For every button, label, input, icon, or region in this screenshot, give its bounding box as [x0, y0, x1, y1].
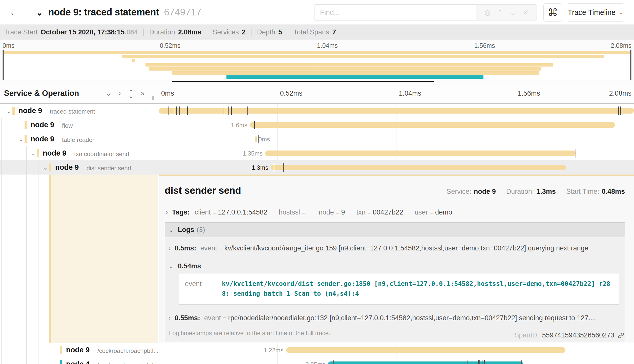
- log-event-table: eventkv/kvclient/kvcoord/dist_sender.go:…: [179, 273, 619, 305]
- timeline-minimap[interactable]: 0ms0.52ms1.04ms1.56ms2.08ms: [0, 40, 634, 83]
- tag-chip[interactable]: user=demo: [415, 208, 452, 216]
- chevron-down-icon: ⌄: [168, 226, 174, 233]
- tag-value: demo: [435, 208, 452, 216]
- span-color-bar: [60, 346, 62, 354]
- locate-target-icon[interactable]: ◎: [484, 8, 490, 17]
- log-marker-tick: [333, 360, 334, 364]
- view-switcher-button[interactable]: Trace Timeline ⌄: [567, 3, 624, 22]
- span-duration-bar[interactable]: [255, 136, 257, 142]
- indent-guide: [49, 343, 49, 357]
- span-collapse-chevron-icon[interactable]: ⌄: [6, 107, 11, 115]
- tag-separator: [409, 209, 409, 216]
- span-color-bar: [49, 163, 51, 172]
- tag-key: user: [415, 208, 428, 216]
- span-row[interactable]: ⌄node 9txn coordinator send1.35ms: [0, 146, 634, 160]
- chevron-up-icon[interactable]: ⌃: [497, 8, 503, 17]
- log-timestamp: 0.55ms:: [175, 314, 200, 322]
- log-marker-tick: [484, 360, 485, 364]
- close-icon[interactable]: ✕: [523, 8, 529, 17]
- span-collapse-chevron-icon[interactable]: ⌄: [30, 150, 36, 157]
- span-timeline[interactable]: 1.3ms: [159, 160, 634, 175]
- span-color-bar: [37, 149, 39, 157]
- service-operation-header: Service & Operation: [4, 83, 79, 103]
- tags-row[interactable]: › Tags: client=127.0.0.1:54582hostssl=no…: [165, 208, 625, 216]
- summary-value-suffix: .084: [124, 28, 138, 36]
- span-operation-name: /cockroach.roachpb.l...: [97, 361, 158, 364]
- span-row[interactable]: ⌄node 9traced statement: [0, 104, 634, 118]
- minimap-gridline: [474, 50, 474, 80]
- timeline-axis-tick: 1.56ms: [518, 90, 540, 97]
- logs-header[interactable]: ⌄ Logs (3): [165, 223, 625, 237]
- title-group: ⌄ node 9: traced statement 6749717: [36, 0, 201, 25]
- span-collapse-chevron-icon[interactable]: ⌄: [18, 136, 24, 143]
- chevron-down-icon[interactable]: ⌄: [510, 8, 516, 17]
- tag-chip[interactable]: txn=00427b22: [356, 208, 403, 216]
- log-marker-tick: [618, 106, 619, 115]
- link-icon[interactable]: [617, 332, 625, 339]
- command-icon: ⌘: [548, 7, 558, 18]
- minimap-drag-handle[interactable]: [630, 50, 631, 80]
- log-marker-tick: [482, 360, 482, 364]
- chevron-right-icon: ›: [168, 245, 171, 252]
- column-resize-handle[interactable]: ‖: [152, 95, 155, 101]
- tag-key: node: [319, 208, 334, 216]
- span-row[interactable]: node 4/cockroach.roachpb.l...0.85ms: [0, 357, 634, 364]
- indent-guide: [14, 343, 14, 357]
- tag-chip[interactable]: node=9: [319, 208, 345, 216]
- summary-label: Total Spans: [293, 28, 329, 36]
- find-input[interactable]: [314, 4, 476, 20]
- log-entry-collapsed[interactable]: ›0.55ms:event=rpc/nodedialer/nodedialer.…: [165, 309, 625, 327]
- tags-label: Tags:: [172, 208, 190, 216]
- log-marker-tick: [179, 106, 180, 115]
- span-row[interactable]: node 9/cockroach.roachpb.l...1.22ms: [0, 343, 634, 357]
- log-entry-collapsed[interactable]: ›0.5ms:event=kv/kvclient/kvcoord/range_i…: [165, 239, 625, 257]
- span-duration-bar[interactable]: [286, 347, 566, 353]
- minimap-axis-tick: 1.04ms: [317, 42, 338, 49]
- collapse-all-icon[interactable]: ⌄⌄: [128, 86, 134, 99]
- expand-one-icon[interactable]: ›: [119, 90, 121, 97]
- log-marker-tick: [227, 106, 227, 115]
- panel-divider[interactable]: [158, 83, 158, 364]
- tag-equals: =: [430, 209, 433, 216]
- span-collapse-chevron-icon[interactable]: ⌄: [43, 164, 48, 171]
- minimap-canvas[interactable]: [3, 50, 631, 80]
- log-entry-expanded[interactable]: ⌄0.54ms: [165, 257, 625, 273]
- summary-value: 5: [278, 28, 282, 36]
- chevron-down-icon[interactable]: ⌄: [36, 7, 43, 17]
- minimap-span-bar: [226, 75, 483, 79]
- log-marker-tick: [187, 106, 188, 115]
- meta-separator: [561, 188, 561, 195]
- expand-all-icon[interactable]: »: [141, 90, 144, 97]
- summary-label: Depth: [257, 28, 275, 36]
- tag-chip[interactable]: hostssl=: [279, 208, 307, 216]
- collapse-one-icon[interactable]: ⌄: [106, 90, 112, 97]
- tag-equals: =: [302, 209, 305, 216]
- span-row[interactable]: node 9flow1.6ms: [0, 118, 634, 132]
- minimap-scrubber[interactable]: [172, 81, 434, 82]
- span-duration-bar[interactable]: [159, 108, 634, 114]
- keyboard-shortcuts-button[interactable]: ⌘: [543, 3, 562, 22]
- span-duration-bar[interactable]: [328, 361, 523, 364]
- logs-count: (3): [197, 226, 205, 234]
- span-timeline[interactable]: 1.6ms: [159, 118, 634, 132]
- span-duration-bar[interactable]: [271, 165, 566, 170]
- log-marker-tick: [174, 106, 174, 115]
- tag-chip[interactable]: client=127.0.0.1:54582: [195, 208, 267, 216]
- timeline-axis-tick: 0ms: [161, 90, 174, 97]
- span-row[interactable]: ⌄node 9table reader0ms: [0, 132, 634, 146]
- span-row[interactable]: ⌄node 9dist sender send1.3ms: [0, 160, 634, 175]
- span-duration-label: 1.22ms: [264, 347, 284, 354]
- back-button[interactable]: ←: [0, 0, 28, 25]
- span-duration-bar[interactable]: [250, 122, 615, 128]
- span-timeline[interactable]: 1.22ms: [159, 343, 634, 357]
- span-timeline[interactable]: 0.85ms: [159, 357, 634, 364]
- log-marker-tick: [247, 106, 248, 115]
- chevron-right-icon: ›: [166, 208, 168, 216]
- minimap-axis-tick: 2.08ms: [611, 42, 631, 49]
- chevron-right-icon: ›: [168, 314, 171, 322]
- minimap-drag-handle[interactable]: [3, 50, 4, 80]
- span-timeline[interactable]: 0ms: [159, 132, 634, 146]
- span-timeline[interactable]: 1.35ms: [159, 146, 634, 160]
- span-timeline[interactable]: [159, 104, 634, 118]
- span-duration-bar[interactable]: [265, 151, 576, 156]
